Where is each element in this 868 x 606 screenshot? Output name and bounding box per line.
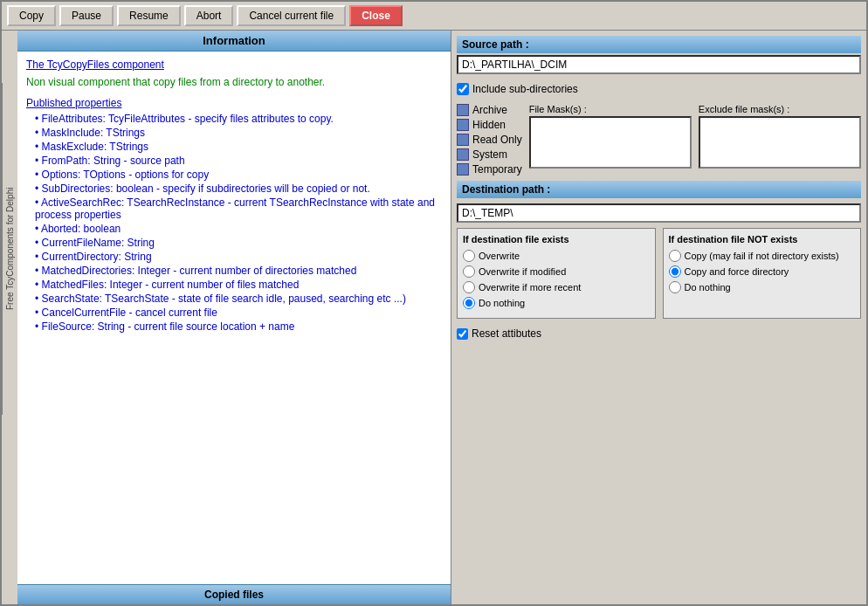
exclude-masks-label: Exclude file mask(s) : bbox=[699, 104, 861, 114]
attr-system-label: System bbox=[472, 148, 507, 161]
list-item: FileAttributes: TcyFileAttributes - spec… bbox=[26, 113, 442, 125]
attr-readonly-checkbox[interactable] bbox=[457, 134, 469, 146]
list-item: MaskExclude: TStrings bbox=[26, 141, 442, 153]
info-body: The TcyCopyFiles component Non visual co… bbox=[17, 52, 451, 584]
radio-copy-force-row: Copy and force directory bbox=[669, 265, 856, 278]
radio-overwrite-modified-row: Overwrite if modified bbox=[463, 265, 650, 278]
right-panel: Source path : Include sub-directories Ar… bbox=[451, 31, 866, 604]
content-area: Free TcyComponents for Delphi Informatio… bbox=[2, 31, 866, 604]
attr-hidden-checkbox[interactable] bbox=[457, 119, 469, 131]
attr-temporary-checkbox[interactable] bbox=[457, 163, 469, 176]
list-item: ActiveSearchRec: TSearchRecInstance - cu… bbox=[26, 196, 442, 221]
attr-temporary-row: Temporary bbox=[457, 163, 522, 176]
file-attrs-col: Archive Hidden Read Only S bbox=[457, 104, 522, 176]
radio-overwrite-recent-row: Overwrite if more recent bbox=[463, 281, 650, 293]
source-path-label: Source path : bbox=[457, 36, 861, 53]
list-item: MatchedFiles: Integer - current number o… bbox=[26, 279, 442, 291]
attr-archive-row: Archive bbox=[457, 104, 522, 116]
published-properties-header[interactable]: Published properties bbox=[26, 97, 442, 109]
reset-attribs-row: Reset attibutes bbox=[457, 327, 861, 340]
list-item: MaskInclude: TStrings bbox=[26, 127, 442, 139]
file-attributes-section: Archive Hidden Read Only S bbox=[457, 104, 861, 176]
list-item: Aborted: boolean bbox=[26, 223, 442, 235]
dest-path-input[interactable] bbox=[457, 203, 861, 223]
attr-hidden-row: Hidden bbox=[457, 119, 522, 131]
attr-archive-checkbox[interactable] bbox=[457, 104, 469, 116]
if-not-exists-title: If destination file NOT exists bbox=[669, 234, 856, 244]
options-section: If destination file exists Overwrite Ove… bbox=[457, 228, 861, 319]
if-not-exists-group: If destination file NOT exists Copy (may… bbox=[663, 228, 862, 319]
attr-archive-label: Archive bbox=[472, 104, 507, 116]
file-masks-input[interactable] bbox=[529, 116, 692, 169]
if-exists-group: If destination file exists Overwrite Ove… bbox=[457, 228, 656, 319]
radio-copy-force-label: Copy and force directory bbox=[685, 266, 789, 277]
radio-copy-fail-label: Copy (may fail if not directory exists) bbox=[685, 251, 839, 261]
attr-hidden-label: Hidden bbox=[472, 119, 506, 131]
information-header: Information bbox=[17, 31, 451, 52]
close-button[interactable]: Close bbox=[349, 5, 403, 26]
list-item: CurrentDirectory: String bbox=[26, 251, 442, 263]
side-label: Free TcyComponents for Delphi bbox=[2, 83, 17, 415]
attr-system-row: System bbox=[457, 148, 522, 161]
list-item: FileSource: String - current file source… bbox=[26, 320, 442, 333]
include-subdirs-checkbox[interactable] bbox=[457, 83, 469, 95]
exclude-masks-col: Exclude file mask(s) : bbox=[699, 104, 861, 169]
radio-overwrite-recent-label: Overwrite if more recent bbox=[479, 282, 581, 293]
component-description: Non visual component that copy files fro… bbox=[26, 76, 442, 88]
radio-overwrite-row: Overwrite bbox=[463, 250, 650, 262]
cancel-current-file-button[interactable]: Cancel current file bbox=[237, 5, 346, 26]
radio-overwrite-label: Overwrite bbox=[479, 251, 520, 261]
list-item: CurrentFileName: String bbox=[26, 237, 442, 249]
radio-overwrite-recent[interactable] bbox=[463, 281, 475, 293]
file-masks-label: File Mask(s) : bbox=[529, 104, 692, 114]
component-link[interactable]: The TcyCopyFiles component bbox=[26, 59, 442, 71]
pause-button[interactable]: Pause bbox=[59, 5, 114, 26]
reset-attribs-checkbox[interactable] bbox=[457, 328, 468, 340]
dest-section: Destination path : bbox=[457, 181, 861, 223]
attr-readonly-label: Read Only bbox=[472, 134, 522, 146]
radio-overwrite[interactable] bbox=[463, 250, 475, 262]
radio-do-nothing[interactable] bbox=[463, 297, 475, 309]
radio-copy-fail[interactable] bbox=[669, 250, 681, 262]
radio-overwrite-modified-label: Overwrite if modified bbox=[479, 266, 566, 277]
radio-copy-force[interactable] bbox=[669, 265, 681, 278]
include-subdirs-row: Include sub-directories bbox=[457, 83, 861, 95]
copy-button[interactable]: Copy bbox=[7, 5, 56, 26]
radio-copy-fail-row: Copy (may fail if not directory exists) bbox=[669, 250, 856, 262]
attr-system-checkbox[interactable] bbox=[457, 148, 469, 161]
left-content: Information The TcyCopyFiles component N… bbox=[17, 31, 451, 604]
main-window: Copy Pause Resume Abort Cancel current f… bbox=[0, 0, 868, 606]
properties-list: FileAttributes: TcyFileAttributes - spec… bbox=[26, 113, 442, 333]
list-item: SubDirectories: boolean - specify if sub… bbox=[26, 182, 442, 195]
radio-not-exists-nothing-row: Do nothing bbox=[669, 281, 856, 293]
left-panel: Free TcyComponents for Delphi Informatio… bbox=[2, 31, 451, 604]
copied-files-bar: Copied files bbox=[17, 584, 451, 604]
list-item: FromPath: String - source path bbox=[26, 155, 442, 167]
radio-not-exists-nothing-label: Do nothing bbox=[685, 282, 731, 293]
if-exists-title: If destination file exists bbox=[463, 234, 650, 244]
dest-path-label: Destination path : bbox=[457, 181, 861, 198]
source-path-section: Source path : bbox=[457, 36, 861, 74]
radio-overwrite-modified[interactable] bbox=[463, 265, 475, 278]
radio-not-exists-nothing[interactable] bbox=[669, 281, 681, 293]
list-item: SearchState: TSearchState - state of fil… bbox=[26, 293, 442, 305]
resume-button[interactable]: Resume bbox=[117, 5, 181, 26]
file-masks-col: File Mask(s) : bbox=[529, 104, 692, 169]
list-item: Options: TOptions - options for copy bbox=[26, 169, 442, 181]
source-path-input[interactable] bbox=[457, 55, 861, 74]
radio-do-nothing-row: Do nothing bbox=[463, 297, 650, 309]
include-subdirs-label: Include sub-directories bbox=[472, 83, 578, 95]
exclude-masks-input[interactable] bbox=[699, 116, 861, 169]
radio-do-nothing-label: Do nothing bbox=[479, 298, 525, 308]
list-item: CancelCurrentFile - cancel current file bbox=[26, 306, 442, 319]
attr-temporary-label: Temporary bbox=[472, 163, 522, 176]
toolbar: Copy Pause Resume Abort Cancel current f… bbox=[2, 2, 866, 31]
attr-readonly-row: Read Only bbox=[457, 134, 522, 146]
reset-attribs-label: Reset attibutes bbox=[472, 327, 541, 340]
abort-button[interactable]: Abort bbox=[184, 5, 234, 26]
list-item: MatchedDirectories: Integer - current nu… bbox=[26, 265, 442, 277]
